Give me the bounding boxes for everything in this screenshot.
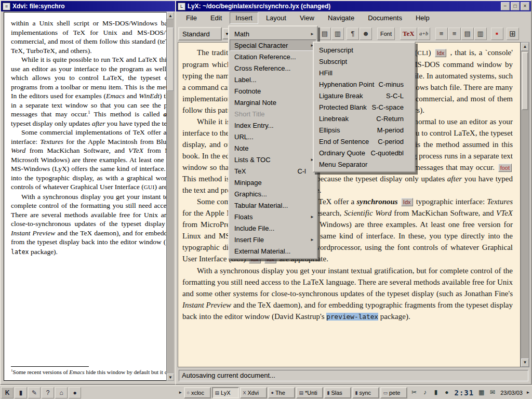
help-icon[interactable]: ? bbox=[42, 387, 54, 398]
task-button-sync[interactable]: ▮sync bbox=[352, 387, 379, 398]
statusbar-message: Autosaving current document... bbox=[179, 370, 528, 381]
task-button-slas[interactable]: ▮Slas bbox=[324, 387, 351, 398]
special-menu-item-ellipsis[interactable]: EllipsisM-period bbox=[314, 124, 414, 136]
insert-menu-item-external-material[interactable]: External Material... bbox=[230, 245, 316, 257]
menubar-item-edit[interactable]: Edit bbox=[205, 12, 228, 24]
menu-item-label: Index Entry... bbox=[234, 122, 274, 129]
browser-icon[interactable]: ● bbox=[69, 387, 81, 398]
task-button-pete[interactable]: ▭pete bbox=[380, 387, 407, 398]
menu-item-shortcut: S-C-L bbox=[386, 92, 404, 100]
network-icon[interactable]: ● bbox=[441, 387, 452, 398]
volume-icon[interactable]: ♪ bbox=[419, 387, 430, 398]
menubar-item-file[interactable]: File bbox=[180, 12, 203, 24]
lyx-scrollbar-thumb[interactable] bbox=[522, 52, 528, 110]
special-menu-item-protected-blank[interactable]: Protected BlankS-C-space bbox=[314, 101, 414, 113]
calendar-icon[interactable]: ▦ bbox=[476, 387, 487, 398]
insert-figure-icon[interactable]: ▤ bbox=[318, 28, 331, 40]
paragraph: With a synchronous display you get your … bbox=[11, 192, 174, 257]
xdvi-scrollbar-thumb[interactable] bbox=[167, 28, 174, 91]
insert-menu-item-cross-reference[interactable]: Cross Reference... bbox=[230, 62, 316, 74]
insert-menu-item-lists-toc[interactable]: Lists & TOC► bbox=[230, 154, 316, 165]
decrease-depth-icon[interactable]: ▥ bbox=[474, 28, 487, 40]
text-run bbox=[398, 197, 400, 206]
battery-icon[interactable]: ▮ bbox=[430, 387, 441, 398]
task-label: The bbox=[275, 390, 285, 396]
insert-menu-item-special-character[interactable]: Special Character► bbox=[230, 39, 316, 51]
close-button[interactable]: × bbox=[521, 2, 529, 10]
footnote-inset[interactable]: foot bbox=[498, 164, 512, 172]
tex-mode-icon[interactable]: TeX bbox=[400, 28, 417, 40]
minimize-button[interactable]: − bbox=[501, 2, 510, 10]
noun-icon[interactable]: ☻ bbox=[360, 28, 372, 40]
scroll-up-icon[interactable]: ▲ bbox=[167, 12, 174, 19]
scroll-down-icon[interactable]: ▼ bbox=[167, 374, 174, 381]
k-menu-icon[interactable]: K bbox=[1, 387, 14, 398]
insert-menu-item-url[interactable]: URL... bbox=[230, 131, 316, 142]
insert-menu-item-label[interactable]: Label... bbox=[230, 74, 316, 85]
increase-depth-icon[interactable]: ▤ bbox=[461, 28, 474, 40]
menubar-item-view[interactable]: View bbox=[294, 12, 320, 24]
insert-menu-item-note[interactable]: Note bbox=[230, 142, 316, 154]
menubar-item-layout[interactable]: Layout bbox=[260, 12, 292, 24]
task-button-lyx[interactable]: ▤LyX bbox=[212, 387, 239, 398]
panel-expand-icon[interactable]: ► bbox=[178, 387, 183, 398]
xdvi-vertical-scrollbar[interactable]: ▲ ▼ bbox=[166, 12, 174, 381]
klipper-icon[interactable]: ✂ bbox=[408, 387, 419, 398]
task-button-unti[interactable]: ▤*Unti bbox=[296, 387, 323, 398]
preview-icon[interactable]: ■ bbox=[491, 28, 503, 40]
insert-menu-item-marginal-note[interactable]: Marginal Note bbox=[230, 97, 316, 108]
insert-menu-item-tex[interactable]: TeXC-l bbox=[230, 165, 316, 177]
insert-menu-item-math[interactable]: Math► bbox=[230, 28, 316, 39]
emphasis-icon[interactable]: ¶ bbox=[347, 28, 359, 40]
special-menu-item-hyphenation-point[interactable]: Hyphenation PointC-minus bbox=[314, 78, 414, 90]
itemize-icon[interactable]: ≡ bbox=[435, 28, 448, 40]
menubar-item-help[interactable]: Help bbox=[410, 12, 435, 24]
menubar-item-documents[interactable]: Documents bbox=[362, 12, 408, 24]
insert-menu-item-index-entry[interactable]: Index Entry... bbox=[230, 119, 316, 131]
scroll-up-icon[interactable]: ▲ bbox=[521, 43, 529, 51]
special-menu-item-menu-separator[interactable]: Menu Separator bbox=[314, 158, 414, 170]
special-menu-item-end-of-sentence[interactable]: End of SentenceC-period bbox=[314, 136, 414, 147]
special-menu-item-linebreak[interactable]: LinebreakC-Return bbox=[314, 113, 414, 124]
task-button-the[interactable]: ●The bbox=[268, 387, 295, 398]
insert-menu-item-insert-file[interactable]: Insert File► bbox=[230, 234, 316, 245]
special-menu-item-subscript[interactable]: Subscript bbox=[314, 56, 414, 67]
text-run: Instant Preview bbox=[182, 301, 231, 309]
menu-item-shortcut: C-minus bbox=[379, 81, 404, 88]
konsole-icon[interactable]: ▮ bbox=[15, 387, 27, 398]
enumerate-icon[interactable]: ≡ bbox=[448, 28, 461, 40]
font-dialog-button[interactable]: Font bbox=[377, 28, 395, 40]
insert-menu-item-footnote[interactable]: Footnote bbox=[230, 85, 316, 97]
special-menu-item-ligature-break[interactable]: Ligature BreakS-C-L bbox=[314, 90, 414, 101]
index-inset[interactable]: Idx bbox=[401, 198, 413, 206]
task-button-xcloc[interactable]: ○xcloc bbox=[184, 387, 211, 398]
task-app-icon: ● bbox=[271, 390, 273, 395]
mail-icon[interactable]: ✉ bbox=[487, 387, 498, 398]
layout-combo[interactable]: Standard bbox=[178, 27, 222, 41]
math-mode-icon[interactable]: a+b bbox=[418, 28, 430, 40]
task-button-xdvi[interactable]: XXdvi bbox=[240, 387, 267, 398]
text-run: Textures bbox=[40, 138, 63, 145]
menubar-item-navigate[interactable]: Navigate bbox=[322, 12, 360, 24]
scroll-down-icon[interactable]: ▼ bbox=[521, 358, 529, 367]
insert-menu-item-tabular-material[interactable]: Tabular Material... bbox=[230, 200, 316, 211]
insert-menu-item-citation-reference[interactable]: Citation Reference... bbox=[230, 51, 316, 62]
insert-menu-item-include-file[interactable]: Include File... bbox=[230, 222, 316, 234]
special-menu-item-hfill[interactable]: HFill bbox=[314, 67, 414, 78]
home-icon[interactable]: ⌂ bbox=[55, 387, 68, 398]
insert-menu-item-graphics[interactable]: Graphics... bbox=[230, 188, 316, 200]
insert-table-icon[interactable]: ⊞ bbox=[507, 28, 519, 40]
menubar-item-insert[interactable]: Insert bbox=[230, 12, 258, 24]
special-menu-item-ordinary-quote[interactable]: Ordinary QuoteC-quotedbl bbox=[314, 147, 414, 158]
insert-menu-item-minipage[interactable]: Minipage bbox=[230, 177, 316, 188]
xdvi-titlebar[interactable]: ≡ Xdvi: file:synchro bbox=[1, 1, 176, 11]
maximize-button[interactable]: □ bbox=[511, 2, 520, 10]
editor-icon[interactable]: ✎ bbox=[28, 387, 41, 398]
insert-menu-item-floats[interactable]: Floats► bbox=[230, 211, 316, 222]
panel-hide-icon[interactable]: ► bbox=[525, 387, 531, 398]
index-inset[interactable]: Idx bbox=[435, 49, 447, 57]
lyx-vertical-scrollbar[interactable]: ▲ ▼ bbox=[521, 42, 529, 367]
insert-tabular-icon[interactable]: ▥ bbox=[331, 28, 344, 40]
lyx-titlebar[interactable]: L LyX: ~/doc/beginlatex/src/synchro.lyx … bbox=[176, 1, 531, 11]
special-menu-item-superscript[interactable]: Superscript bbox=[314, 44, 414, 56]
